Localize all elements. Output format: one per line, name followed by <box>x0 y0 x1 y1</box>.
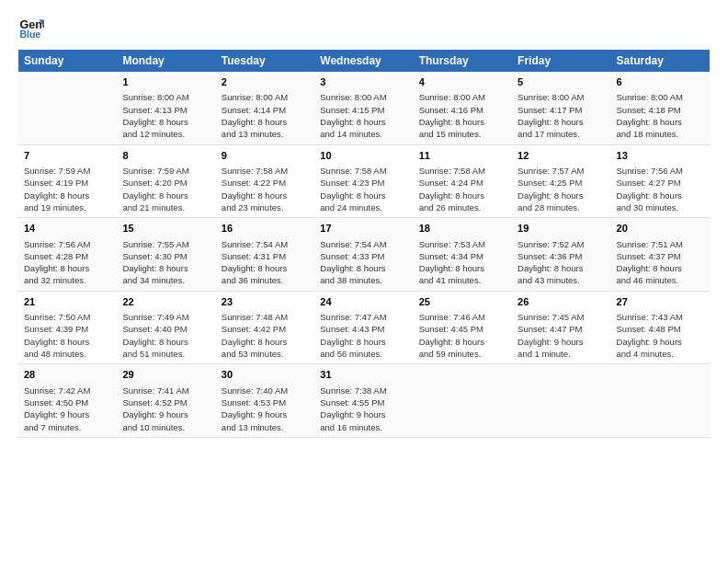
day-number: 29 <box>122 368 210 382</box>
day-info: Sunrise: 7:54 AM Sunset: 4:33 PM Dayligh… <box>320 238 407 287</box>
calendar-week-2: 7Sunrise: 7:59 AM Sunset: 4:19 PM Daylig… <box>18 144 710 218</box>
day-info: Sunrise: 7:41 AM Sunset: 4:52 PM Dayligh… <box>122 385 210 433</box>
calendar-cell: 22Sunrise: 7:49 AM Sunset: 4:40 PM Dayli… <box>117 291 215 364</box>
calendar-cell <box>611 364 710 438</box>
calendar-cell: 2Sunrise: 8:00 AM Sunset: 4:14 PM Daylig… <box>216 72 314 144</box>
calendar-cell: 19Sunrise: 7:52 AM Sunset: 4:36 PM Dayli… <box>512 218 610 292</box>
day-info: Sunrise: 8:00 AM Sunset: 4:16 PM Dayligh… <box>419 91 506 140</box>
day-number: 24 <box>320 295 407 309</box>
calendar-cell: 27Sunrise: 7:43 AM Sunset: 4:48 PM Dayli… <box>611 291 710 364</box>
calendar-cell: 5Sunrise: 8:00 AM Sunset: 4:17 PM Daylig… <box>512 72 610 144</box>
calendar-week-1: 1Sunrise: 8:00 AM Sunset: 4:13 PM Daylig… <box>18 72 710 144</box>
calendar-cell: 15Sunrise: 7:55 AM Sunset: 4:30 PM Dayli… <box>117 218 215 292</box>
calendar-cell: 18Sunrise: 7:53 AM Sunset: 4:34 PM Dayli… <box>414 218 512 292</box>
day-info: Sunrise: 7:56 AM Sunset: 4:28 PM Dayligh… <box>24 238 111 287</box>
day-number: 20 <box>617 222 704 236</box>
day-number: 27 <box>617 295 704 309</box>
day-info: Sunrise: 7:50 AM Sunset: 4:39 PM Dayligh… <box>24 311 111 360</box>
day-number: 7 <box>24 149 111 163</box>
day-info: Sunrise: 7:46 AM Sunset: 4:45 PM Dayligh… <box>419 311 506 360</box>
calendar-cell: 23Sunrise: 7:48 AM Sunset: 4:42 PM Dayli… <box>216 291 314 364</box>
calendar-cell: 17Sunrise: 7:54 AM Sunset: 4:33 PM Dayli… <box>314 218 413 292</box>
day-number: 19 <box>518 222 605 236</box>
calendar-cell: 14Sunrise: 7:56 AM Sunset: 4:28 PM Dayli… <box>18 218 117 292</box>
day-number: 6 <box>617 75 704 89</box>
calendar-cell: 6Sunrise: 8:00 AM Sunset: 4:18 PM Daylig… <box>611 72 710 144</box>
day-info: Sunrise: 7:56 AM Sunset: 4:27 PM Dayligh… <box>617 165 704 213</box>
day-info: Sunrise: 7:55 AM Sunset: 4:30 PM Dayligh… <box>122 238 210 287</box>
day-info: Sunrise: 7:43 AM Sunset: 4:48 PM Dayligh… <box>617 311 704 360</box>
calendar-cell: 12Sunrise: 7:57 AM Sunset: 4:25 PM Dayli… <box>512 144 610 218</box>
day-info: Sunrise: 7:58 AM Sunset: 4:24 PM Dayligh… <box>419 165 506 213</box>
day-number: 26 <box>518 295 605 309</box>
calendar-cell: 30Sunrise: 7:40 AM Sunset: 4:53 PM Dayli… <box>216 364 314 438</box>
page-container: General Blue SundayMondayTuesdayWednesda… <box>0 0 728 447</box>
day-info: Sunrise: 8:00 AM Sunset: 4:13 PM Dayligh… <box>122 91 210 140</box>
day-number: 2 <box>222 75 309 89</box>
day-info: Sunrise: 7:49 AM Sunset: 4:40 PM Dayligh… <box>122 311 210 360</box>
weekday-thursday: Thursday <box>414 50 512 72</box>
calendar-cell: 31Sunrise: 7:38 AM Sunset: 4:55 PM Dayli… <box>314 364 413 438</box>
weekday-sunday: Sunday <box>18 50 117 72</box>
weekday-tuesday: Tuesday <box>216 50 314 72</box>
day-number: 25 <box>419 295 506 309</box>
day-info: Sunrise: 7:52 AM Sunset: 4:36 PM Dayligh… <box>518 238 605 287</box>
weekday-saturday: Saturday <box>611 50 710 72</box>
weekday-monday: Monday <box>117 50 215 72</box>
calendar-cell: 1Sunrise: 8:00 AM Sunset: 4:13 PM Daylig… <box>117 72 215 144</box>
calendar-table: SundayMondayTuesdayWednesdayThursdayFrid… <box>18 50 710 438</box>
day-number: 14 <box>24 222 111 236</box>
day-info: Sunrise: 7:59 AM Sunset: 4:20 PM Dayligh… <box>122 165 210 213</box>
day-number: 1 <box>122 75 210 89</box>
day-number: 8 <box>122 149 210 163</box>
day-number: 11 <box>419 149 506 163</box>
day-number: 5 <box>518 75 605 89</box>
svg-text:Blue: Blue <box>19 29 40 40</box>
day-number: 22 <box>122 295 210 309</box>
calendar-cell: 16Sunrise: 7:54 AM Sunset: 4:31 PM Dayli… <box>216 218 314 292</box>
day-number: 15 <box>122 222 210 236</box>
calendar-cell: 25Sunrise: 7:46 AM Sunset: 4:45 PM Dayli… <box>414 291 512 364</box>
calendar-week-5: 28Sunrise: 7:42 AM Sunset: 4:50 PM Dayli… <box>18 364 710 438</box>
weekday-friday: Friday <box>512 50 610 72</box>
page-header: General Blue <box>18 15 710 40</box>
day-number: 3 <box>320 75 407 89</box>
day-number: 23 <box>222 295 309 309</box>
calendar-cell: 10Sunrise: 7:58 AM Sunset: 4:23 PM Dayli… <box>314 144 413 218</box>
day-info: Sunrise: 8:00 AM Sunset: 4:14 PM Dayligh… <box>222 91 309 140</box>
logo-icon: General Blue <box>18 15 44 40</box>
day-info: Sunrise: 7:58 AM Sunset: 4:22 PM Dayligh… <box>222 165 309 213</box>
day-info: Sunrise: 7:53 AM Sunset: 4:34 PM Dayligh… <box>419 238 506 287</box>
day-info: Sunrise: 7:58 AM Sunset: 4:23 PM Dayligh… <box>320 165 407 213</box>
day-info: Sunrise: 8:00 AM Sunset: 4:17 PM Dayligh… <box>518 91 605 140</box>
day-number: 17 <box>320 222 407 236</box>
calendar-cell: 7Sunrise: 7:59 AM Sunset: 4:19 PM Daylig… <box>18 144 117 218</box>
day-info: Sunrise: 7:40 AM Sunset: 4:53 PM Dayligh… <box>222 385 309 433</box>
calendar-cell <box>18 72 117 144</box>
day-number: 10 <box>320 149 407 163</box>
day-number: 21 <box>24 295 111 309</box>
day-info: Sunrise: 7:47 AM Sunset: 4:43 PM Dayligh… <box>320 311 407 360</box>
calendar-cell: 26Sunrise: 7:45 AM Sunset: 4:47 PM Dayli… <box>512 291 610 364</box>
day-number: 12 <box>518 149 605 163</box>
calendar-cell: 4Sunrise: 8:00 AM Sunset: 4:16 PM Daylig… <box>414 72 512 144</box>
day-number: 13 <box>617 149 704 163</box>
calendar-cell: 28Sunrise: 7:42 AM Sunset: 4:50 PM Dayli… <box>18 364 117 438</box>
day-info: Sunrise: 7:48 AM Sunset: 4:42 PM Dayligh… <box>222 311 309 360</box>
calendar-cell <box>512 364 610 438</box>
day-number: 16 <box>222 222 309 236</box>
calendar-cell: 21Sunrise: 7:50 AM Sunset: 4:39 PM Dayli… <box>18 291 117 364</box>
day-info: Sunrise: 7:59 AM Sunset: 4:19 PM Dayligh… <box>24 165 111 213</box>
day-number: 31 <box>320 368 407 382</box>
calendar-cell <box>414 364 512 438</box>
day-info: Sunrise: 7:54 AM Sunset: 4:31 PM Dayligh… <box>222 238 309 287</box>
day-info: Sunrise: 7:38 AM Sunset: 4:55 PM Dayligh… <box>320 385 407 433</box>
calendar-cell: 13Sunrise: 7:56 AM Sunset: 4:27 PM Dayli… <box>611 144 710 218</box>
day-info: Sunrise: 7:45 AM Sunset: 4:47 PM Dayligh… <box>518 311 605 360</box>
day-info: Sunrise: 8:00 AM Sunset: 4:18 PM Dayligh… <box>617 91 704 140</box>
calendar-week-3: 14Sunrise: 7:56 AM Sunset: 4:28 PM Dayli… <box>18 218 710 292</box>
calendar-cell: 20Sunrise: 7:51 AM Sunset: 4:37 PM Dayli… <box>611 218 710 292</box>
calendar-cell: 9Sunrise: 7:58 AM Sunset: 4:22 PM Daylig… <box>216 144 314 218</box>
calendar-cell: 8Sunrise: 7:59 AM Sunset: 4:20 PM Daylig… <box>117 144 215 218</box>
day-number: 28 <box>24 368 111 382</box>
